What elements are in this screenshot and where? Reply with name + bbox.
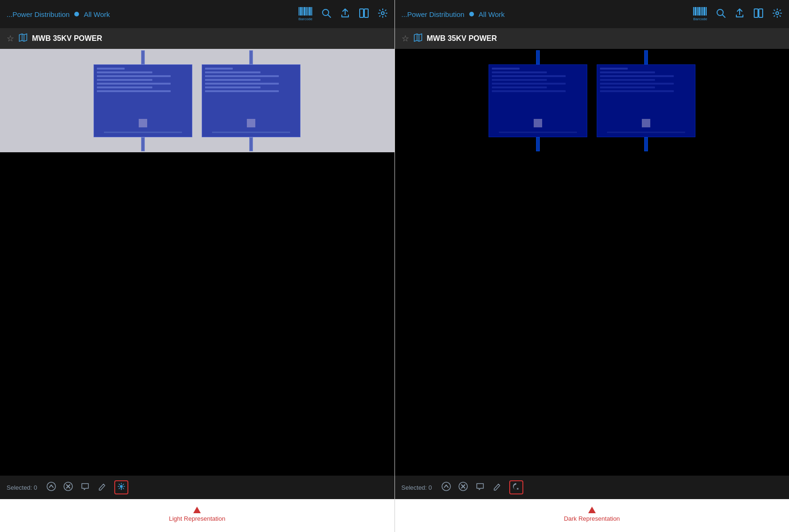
left-stem-2-top bbox=[249, 50, 253, 64]
left-star-icon[interactable]: ☆ bbox=[7, 33, 14, 44]
left-arrow-up bbox=[193, 507, 201, 513]
right-selected-count: Selected: 0 bbox=[402, 484, 432, 491]
left-breadcrumb[interactable]: ...Power Distribution bbox=[7, 10, 70, 18]
left-nav-right: Barcode bbox=[299, 7, 388, 21]
left-annotation: Light Representation bbox=[0, 499, 394, 532]
right-diagram-1 bbox=[489, 50, 587, 151]
left-diagram-2 bbox=[202, 50, 300, 151]
right-nav-right: Barcode bbox=[693, 7, 782, 21]
right-up-icon[interactable] bbox=[442, 482, 451, 493]
right-bottom-toolbar: Selected: 0 bbox=[395, 476, 789, 499]
svg-rect-15 bbox=[754, 9, 758, 17]
left-canvas-top bbox=[0, 49, 394, 152]
right-box-1 bbox=[489, 64, 587, 137]
left-panel: ...Power Distribution All Work bbox=[0, 0, 395, 532]
left-map-icon bbox=[19, 33, 27, 44]
right-nav-left: ...Power Distribution All Work bbox=[402, 10, 694, 18]
right-barcode-icon[interactable]: Barcode bbox=[693, 7, 707, 21]
main-container: ...Power Distribution All Work bbox=[0, 0, 789, 532]
right-canvas-top bbox=[395, 49, 789, 152]
svg-rect-16 bbox=[759, 9, 763, 17]
right-diagram-2 bbox=[597, 50, 695, 151]
left-bottom-toolbar: Selected: 0 bbox=[0, 476, 394, 499]
left-subtitle-bar: ☆ MWB 35KV POWER bbox=[0, 28, 394, 49]
left-up-icon[interactable] bbox=[47, 482, 56, 493]
svg-point-17 bbox=[776, 12, 779, 15]
right-canvas-area bbox=[395, 49, 789, 476]
left-light-icon bbox=[118, 483, 125, 492]
left-nav-work[interactable]: All Work bbox=[84, 10, 110, 18]
right-stem-2-bottom bbox=[644, 137, 648, 151]
right-map-icon bbox=[414, 33, 422, 44]
svg-rect-3 bbox=[364, 9, 368, 17]
left-barcode-label: Barcode bbox=[299, 17, 313, 21]
svg-point-8 bbox=[47, 482, 55, 491]
left-chat-icon[interactable] bbox=[80, 482, 90, 493]
right-stem-2-top bbox=[644, 50, 648, 64]
right-star-icon[interactable]: ☆ bbox=[402, 33, 409, 44]
right-chat-icon[interactable] bbox=[475, 482, 485, 493]
right-canvas-bottom bbox=[395, 152, 789, 476]
left-nav-dot bbox=[74, 12, 79, 16]
right-search-icon[interactable] bbox=[716, 8, 726, 21]
right-panel: ...Power Distribution All Work bbox=[395, 0, 789, 532]
left-diagram-1 bbox=[94, 50, 192, 151]
svg-marker-5 bbox=[19, 34, 27, 41]
right-box-2 bbox=[597, 64, 695, 137]
right-settings-icon[interactable] bbox=[772, 8, 782, 21]
left-canvas-bottom bbox=[0, 152, 394, 476]
svg-line-1 bbox=[328, 15, 331, 17]
left-pencil-icon[interactable] bbox=[97, 482, 107, 493]
right-arrow-up bbox=[588, 507, 596, 513]
left-layout-icon[interactable] bbox=[359, 8, 369, 21]
right-annotation: Dark Representation bbox=[395, 499, 789, 532]
right-share-icon[interactable] bbox=[734, 8, 745, 21]
left-search-icon[interactable] bbox=[321, 8, 331, 21]
right-subtitle-bar: ☆ MWB 35KV POWER bbox=[395, 28, 789, 49]
left-annotation-text: Light Representation bbox=[169, 515, 225, 522]
left-close-icon[interactable] bbox=[63, 482, 73, 493]
left-nav-bar: ...Power Distribution All Work bbox=[0, 0, 394, 28]
right-subtitle-title: MWB 35KV POWER bbox=[427, 34, 497, 43]
right-layout-icon[interactable] bbox=[753, 8, 764, 21]
right-close-icon[interactable] bbox=[458, 482, 468, 493]
right-stem-1-bottom bbox=[536, 137, 540, 151]
left-box-1 bbox=[94, 64, 192, 137]
left-active-icon-btn[interactable] bbox=[114, 480, 128, 494]
right-annotation-text: Dark Representation bbox=[564, 515, 620, 522]
svg-point-21 bbox=[442, 482, 450, 491]
left-box-2 bbox=[202, 64, 300, 137]
left-stem-2-bottom bbox=[249, 137, 253, 151]
right-dark-icon bbox=[513, 483, 520, 492]
right-nav-dot bbox=[469, 12, 474, 16]
left-selected-count: Selected: 0 bbox=[7, 484, 37, 491]
right-nav-bar: ...Power Distribution All Work bbox=[395, 0, 789, 28]
left-canvas-area bbox=[0, 49, 394, 476]
right-stem-1-top bbox=[536, 50, 540, 64]
svg-marker-18 bbox=[414, 34, 422, 41]
svg-point-4 bbox=[381, 12, 384, 15]
svg-line-14 bbox=[723, 15, 726, 17]
right-active-icon-btn[interactable] bbox=[509, 480, 523, 494]
left-nav-left: ...Power Distribution All Work bbox=[7, 10, 299, 18]
left-settings-icon[interactable] bbox=[378, 8, 388, 21]
right-barcode-label: Barcode bbox=[693, 17, 707, 21]
svg-rect-2 bbox=[360, 9, 363, 17]
left-subtitle-title: MWB 35KV POWER bbox=[32, 34, 102, 43]
right-pencil-icon[interactable] bbox=[492, 482, 502, 493]
right-breadcrumb[interactable]: ...Power Distribution bbox=[402, 10, 465, 18]
left-stem-1-top bbox=[141, 50, 145, 64]
right-nav-work[interactable]: All Work bbox=[479, 10, 505, 18]
left-barcode-icon[interactable]: Barcode bbox=[299, 7, 313, 21]
left-stem-1-bottom bbox=[141, 137, 145, 151]
left-share-icon[interactable] bbox=[340, 8, 350, 21]
